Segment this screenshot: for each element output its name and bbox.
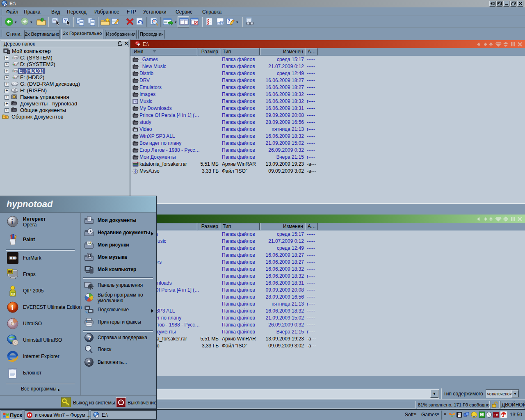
svg-text:?: ?	[87, 334, 91, 341]
svg-text:i: i	[11, 304, 14, 312]
svg-text:qip: qip	[11, 292, 16, 296]
svg-text:?: ?	[64, 18, 67, 23]
svg-text:99: 99	[8, 269, 12, 274]
svg-text:?: ?	[228, 19, 230, 23]
svg-text:En: En	[494, 413, 498, 417]
svg-text:i: i	[11, 218, 13, 226]
